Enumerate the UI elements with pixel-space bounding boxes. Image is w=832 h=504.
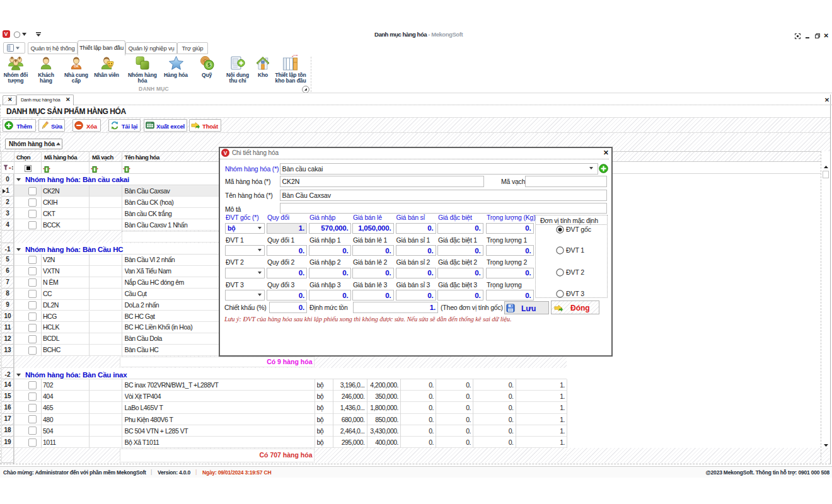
svg-text:+* **: +* **: [292, 55, 298, 58]
svg-text:V: V: [224, 150, 228, 156]
svg-text:$: $: [207, 62, 210, 68]
